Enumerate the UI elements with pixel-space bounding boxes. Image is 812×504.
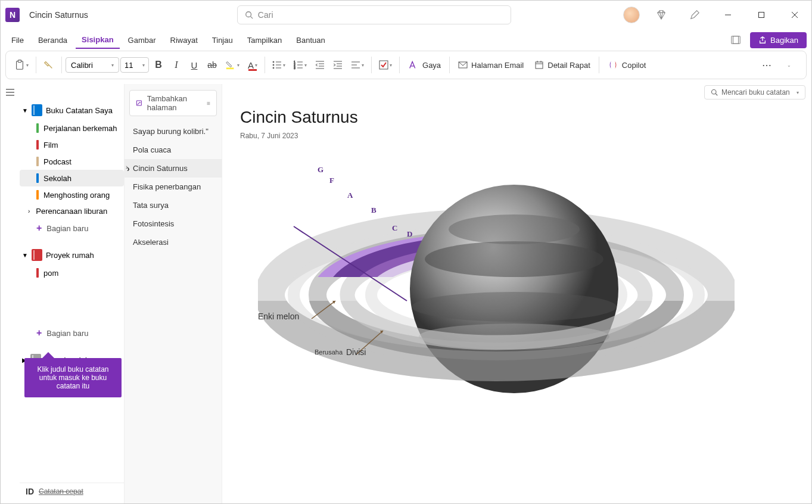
section-item[interactable]: ›Perencanaan liburan <box>20 203 124 219</box>
italic-button[interactable]: I <box>168 55 185 74</box>
search-box[interactable]: Cari <box>237 5 511 24</box>
tooltip-callout: Klik judul buku catatan untuk masuk ke b… <box>24 358 122 397</box>
styles-button[interactable]: Gaya <box>403 57 446 73</box>
section-item[interactable]: Film <box>20 136 124 153</box>
page-item[interactable]: Fotosintesis <box>125 214 222 233</box>
plus-icon: + <box>36 223 42 234</box>
user-avatar[interactable] <box>623 7 640 23</box>
bullet-list-button[interactable]: ▾ <box>269 55 289 74</box>
page-canvas[interactable]: Cincin Saturnus Rabu, 7 Juni 2023 <box>222 84 811 503</box>
menu-help[interactable]: Bantuan <box>290 32 331 48</box>
quick-notes-link[interactable]: Catatan cepat <box>39 487 83 496</box>
strikethrough-button[interactable]: ab <box>204 55 220 74</box>
svg-rect-37 <box>536 62 543 69</box>
section-color-bar <box>36 173 39 183</box>
ribbon-expand-button[interactable]: ⌄ <box>780 55 797 74</box>
align-icon: ≡ <box>207 100 210 107</box>
svg-rect-10 <box>226 68 234 70</box>
add-page-button[interactable]: Tambahkan halaman ≡ <box>129 90 217 116</box>
copilot-button[interactable]: Copilot <box>603 57 651 73</box>
ring-label: D <box>407 229 412 239</box>
share-button[interactable]: Bagikan <box>750 32 807 48</box>
svg-point-16 <box>273 67 274 69</box>
annotation-divisi: Divisi <box>346 347 366 357</box>
document-title: Cincin Saturnus <box>29 10 88 20</box>
paste-button[interactable]: ▾ <box>11 55 32 74</box>
format-painter-button[interactable] <box>40 55 58 74</box>
page-date: Rabu, 7 Juni 2023 <box>240 132 794 140</box>
svg-rect-35 <box>379 61 388 69</box>
svg-text:2: 2 <box>294 63 295 67</box>
title-bar: N Cincin Saturnus Cari <box>1 1 811 29</box>
numbered-list-button[interactable]: 123▾ <box>290 55 310 74</box>
footer-id: ID <box>26 487 34 496</box>
menu-view[interactable]: Tampilkan <box>241 32 288 48</box>
page-item[interactable]: ›Cincin Saturnus <box>125 159 222 178</box>
section-item[interactable]: pom <box>20 265 124 281</box>
notebooks-panel: ▼ Buku Catatan Saya Perjalanan berkemah … <box>20 84 124 503</box>
page-item[interactable]: Fisika penerbangan <box>125 178 222 196</box>
minimize-button[interactable] <box>716 6 740 24</box>
notebook-header[interactable]: ▼ Proyek rumah <box>20 245 124 265</box>
increase-indent-button[interactable] <box>329 55 346 74</box>
nav-footer: ID Catatan cepat <box>20 483 124 500</box>
page-item[interactable]: Pola cuaca <box>125 141 222 159</box>
page-item[interactable]: Sayap burung kolibri." <box>125 122 222 141</box>
notebook-icon <box>32 249 42 261</box>
svg-point-0 <box>246 12 251 17</box>
main-area: ▼ Buku Catatan Saya Perjalanan berkemah … <box>1 84 811 503</box>
todo-tag-button[interactable]: ▾ <box>375 55 396 74</box>
email-page-button[interactable]: Halaman Email <box>453 58 528 72</box>
section-item[interactable]: Menghosting orang <box>20 186 124 203</box>
font-size-selector[interactable]: 11▾ <box>120 57 149 73</box>
menu-picture[interactable]: Gambar <box>122 32 162 48</box>
more-options-button[interactable]: ⋯ <box>758 55 775 74</box>
page-title[interactable]: Cincin Saturnus <box>240 108 794 127</box>
ring-label: F <box>329 176 334 185</box>
close-button[interactable] <box>783 6 807 24</box>
menu-review[interactable]: Tinjau <box>206 32 239 48</box>
saturn-illustration: G F A B C D Enki melon Berusaha Divisi <box>258 158 735 444</box>
pages-panel: Tambahkan halaman ≡ Sayap burung kolibri… <box>124 84 222 503</box>
svg-point-61 <box>449 214 580 244</box>
section-item[interactable]: Perjalanan berkemah <box>20 120 124 136</box>
reading-mode-icon[interactable] <box>726 32 745 48</box>
align-button[interactable]: ▾ <box>347 55 368 74</box>
highlight-button[interactable]: ▾ <box>222 55 243 74</box>
menu-file[interactable]: File <box>5 32 30 48</box>
section-color-bar <box>36 190 39 200</box>
hamburger-menu-icon[interactable] <box>1 84 20 503</box>
menu-insert[interactable]: Sisipkan <box>76 32 119 49</box>
search-notebooks-box[interactable]: Mencari buku catatan ▾ <box>704 85 805 99</box>
section-color-bar <box>36 268 39 278</box>
svg-point-12 <box>273 61 274 63</box>
pen-draw-icon[interactable] <box>683 6 707 24</box>
font-name-selector[interactable]: Calibri▾ <box>66 57 119 73</box>
font-color-button[interactable]: A▾ <box>244 55 261 74</box>
maximize-button[interactable] <box>749 6 773 24</box>
new-section-button[interactable]: +Bagian baru <box>20 219 124 237</box>
svg-point-60 <box>425 241 603 277</box>
menu-history[interactable]: Riwayat <box>164 32 204 48</box>
section-item[interactable]: Podcast <box>20 153 124 170</box>
meeting-details-button[interactable]: Detail Rapat <box>530 58 595 72</box>
share-label: Bagikan <box>770 36 798 45</box>
premium-diamond-icon[interactable] <box>649 6 673 24</box>
menu-home[interactable]: Beranda <box>32 32 73 48</box>
new-section-button[interactable]: +Bagian baru <box>20 324 124 342</box>
search-placeholder: Cari <box>258 10 273 20</box>
page-item[interactable]: Tata surya <box>125 196 222 214</box>
svg-line-42 <box>715 94 717 95</box>
svg-point-41 <box>712 90 717 95</box>
ring-label: G <box>318 165 323 175</box>
bold-button[interactable]: B <box>150 55 167 74</box>
section-color-bar <box>36 157 39 166</box>
decrease-indent-button[interactable] <box>312 55 328 74</box>
svg-text:3: 3 <box>294 66 295 70</box>
notebook-header[interactable]: ▼ Buku Catatan Saya <box>20 101 124 120</box>
page-item[interactable]: Akselerasi <box>125 233 222 251</box>
underline-button[interactable]: U <box>186 55 203 74</box>
menu-bar: File Beranda Sisipkan Gambar Riwayat Tin… <box>1 29 811 51</box>
section-item[interactable]: Sekolah <box>20 170 124 186</box>
notebook-icon <box>32 104 42 116</box>
